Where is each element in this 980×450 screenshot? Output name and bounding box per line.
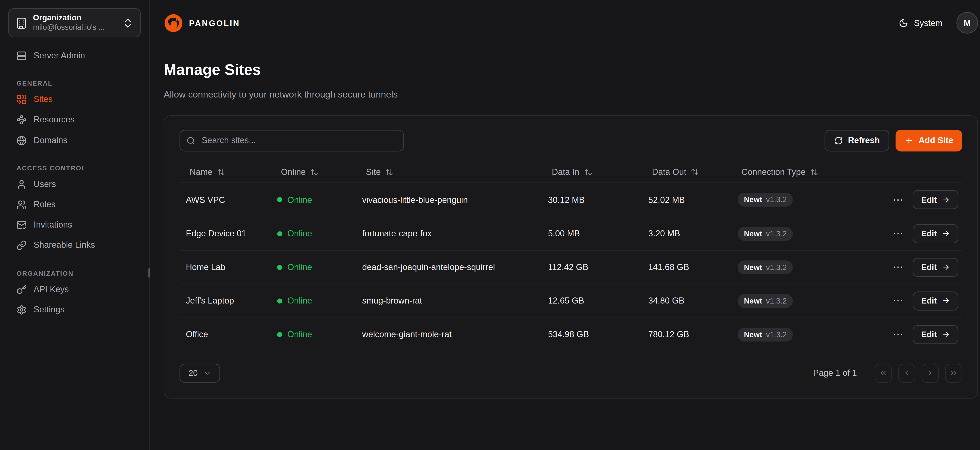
last-page-button[interactable]	[945, 364, 962, 383]
key-icon	[16, 284, 27, 295]
sidebar: Organization milo@fossorial.io's ... Ser…	[0, 0, 150, 450]
sidebar-item-label: Roles	[34, 200, 56, 210]
cell-site: fortunate-cape-fox	[356, 229, 541, 239]
sidebar-item-users[interactable]: Users	[8, 174, 141, 195]
sidebar-item-server-admin[interactable]: Server Admin	[8, 46, 141, 66]
sidebar-item-invitations[interactable]: Invitations	[8, 215, 141, 235]
connection-type-name: Newt	[744, 263, 762, 272]
sidebar-item-shareable-links[interactable]: Shareable Links	[8, 235, 141, 256]
sidebar-item-roles[interactable]: Roles	[8, 195, 141, 215]
search-input[interactable]	[200, 135, 397, 146]
online-status-label: Online	[287, 263, 312, 272]
row-menu-button[interactable]: ⋯	[892, 329, 904, 340]
connection-type-name: Newt	[744, 330, 762, 339]
column-header-connection-type[interactable]: Connection Type	[731, 167, 878, 177]
sidebar-item-settings[interactable]: Settings	[8, 299, 141, 320]
column-header-label: Data Out	[652, 167, 686, 177]
row-menu-button[interactable]: ⋯	[892, 295, 904, 306]
sort-icon	[385, 168, 393, 176]
cell-site: dead-san-joaquin-antelope-squirrel	[356, 263, 541, 272]
refresh-button[interactable]: Refresh	[824, 130, 889, 151]
table-row: Home LabOnlinedead-san-joaquin-antelope-…	[180, 250, 962, 284]
theme-toggle[interactable]: System	[899, 18, 942, 28]
sort-icon	[810, 168, 818, 176]
column-header-data-in[interactable]: Data In	[542, 167, 642, 177]
plus-icon	[905, 136, 913, 145]
org-selector-value: milo@fossorial.io's ...	[33, 24, 116, 32]
column-header-name[interactable]: Name	[180, 167, 271, 177]
cell-online-status: Online	[271, 296, 356, 306]
cell-actions: ⋯Edit	[878, 258, 962, 277]
link-icon	[16, 241, 27, 250]
table-header-row: NameOnlineSiteData InData OutConnection …	[180, 162, 962, 183]
cell-data-in: 5.00 MB	[542, 229, 642, 239]
page-size-select[interactable]: 20	[180, 364, 220, 383]
sidebar-section-label: ACCESS CONTROL	[8, 164, 141, 171]
org-selector[interactable]: Organization milo@fossorial.io's ...	[8, 8, 141, 37]
search-icon	[186, 136, 195, 145]
refresh-icon	[834, 136, 843, 145]
prev-page-button[interactable]	[898, 364, 915, 383]
row-menu-button[interactable]: ⋯	[892, 228, 904, 239]
arrow-right-icon	[942, 230, 950, 238]
edit-button[interactable]: Edit	[913, 292, 958, 311]
edit-button[interactable]: Edit	[913, 224, 958, 243]
column-header-data-out[interactable]: Data Out	[642, 167, 731, 177]
cell-data-out: 52.02 MB	[642, 195, 731, 204]
edit-button-label: Edit	[921, 229, 937, 239]
avatar[interactable]: M	[956, 12, 978, 33]
globe-icon	[16, 135, 27, 146]
cell-online-status: Online	[271, 229, 356, 239]
cell-online-status: Online	[271, 195, 356, 204]
column-header-site[interactable]: Site	[356, 167, 541, 177]
first-page-button[interactable]	[875, 364, 892, 383]
online-status-label: Online	[287, 195, 312, 204]
sidebar-item-label: Server Admin	[34, 51, 85, 61]
sidebar-section-label: ORGANIZATION	[8, 269, 141, 277]
cell-actions: ⋯Edit	[878, 292, 962, 311]
cell-site: smug-brown-rat	[356, 296, 541, 306]
sidebar-item-label: Settings	[34, 305, 65, 315]
search-box[interactable]	[180, 130, 404, 151]
arrow-right-icon	[942, 297, 950, 305]
connection-type-badge: Newtv1.3.2	[738, 294, 793, 308]
edit-button[interactable]: Edit	[913, 325, 958, 344]
sidebar-item-resources[interactable]: Resources	[8, 110, 141, 130]
row-menu-button[interactable]: ⋯	[892, 262, 904, 273]
table-row: Edge Device 01Onlinefortunate-cape-fox5.…	[180, 217, 962, 250]
server-icon	[16, 51, 27, 61]
edit-button[interactable]: Edit	[913, 258, 958, 277]
connection-type-version: v1.3.2	[766, 330, 787, 339]
row-menu-button[interactable]: ⋯	[892, 195, 904, 205]
cell-connection-type: Newtv1.3.2	[731, 227, 878, 241]
sidebar-item-sites[interactable]: Sites	[8, 89, 141, 110]
arrow-right-icon	[942, 263, 950, 271]
cell-data-in: 112.42 GB	[542, 263, 642, 272]
online-status-label: Online	[287, 296, 312, 306]
cell-connection-type: Newtv1.3.2	[731, 294, 878, 308]
add-site-button-label: Add Site	[918, 136, 953, 146]
sidebar-item-api-keys[interactable]: API Keys	[8, 279, 141, 299]
pagination-buttons	[875, 364, 962, 383]
toolbar-buttons: Refresh Add Site	[824, 130, 962, 151]
edit-button-label: Edit	[921, 263, 937, 272]
edit-button[interactable]: Edit	[913, 190, 958, 209]
edit-button-label: Edit	[921, 195, 937, 204]
online-dot-icon	[277, 231, 282, 236]
sidebar-item-domains[interactable]: Domains	[8, 130, 141, 151]
add-site-button[interactable]: Add Site	[896, 130, 962, 151]
next-page-button[interactable]	[921, 364, 939, 383]
connection-type-name: Newt	[744, 195, 762, 204]
connection-type-version: v1.3.2	[766, 195, 787, 204]
cell-data-in: 534.98 GB	[542, 330, 642, 339]
cell-online-status: Online	[271, 263, 356, 272]
chevron-down-icon	[204, 369, 211, 377]
connection-type-name: Newt	[744, 229, 762, 238]
column-header-label: Connection Type	[741, 167, 805, 177]
sidebar-resize-handle[interactable]	[148, 268, 150, 278]
building-icon	[15, 17, 27, 29]
column-header-online[interactable]: Online	[271, 167, 356, 177]
cell-actions: ⋯Edit	[878, 224, 962, 243]
main-content: PANGOLIN System M Manage Sites Allow con…	[150, 0, 980, 450]
mail-check-icon	[16, 220, 27, 230]
